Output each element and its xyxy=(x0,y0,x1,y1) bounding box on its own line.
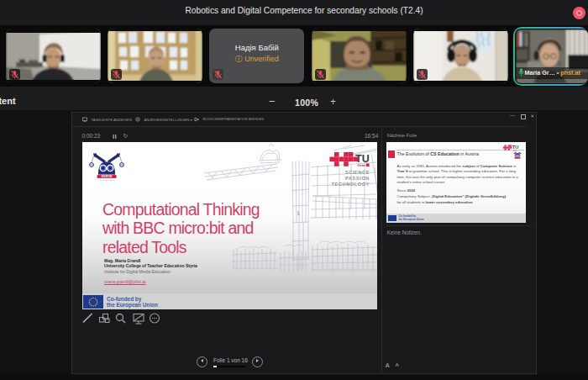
svg-text:education robotics: education robotics xyxy=(98,179,115,182)
svg-text:Graz: Graz xyxy=(512,149,516,150)
svg-text:EDUROB: EDUROB xyxy=(101,175,112,178)
svg-text:TECHNOLOGY: TECHNOLOGY xyxy=(331,182,369,187)
svg-text:SCIENCE: SCIENCE xyxy=(345,170,370,175)
svg-text:PASSION: PASSION xyxy=(345,176,370,181)
svg-text:Graz: Graz xyxy=(357,163,365,167)
